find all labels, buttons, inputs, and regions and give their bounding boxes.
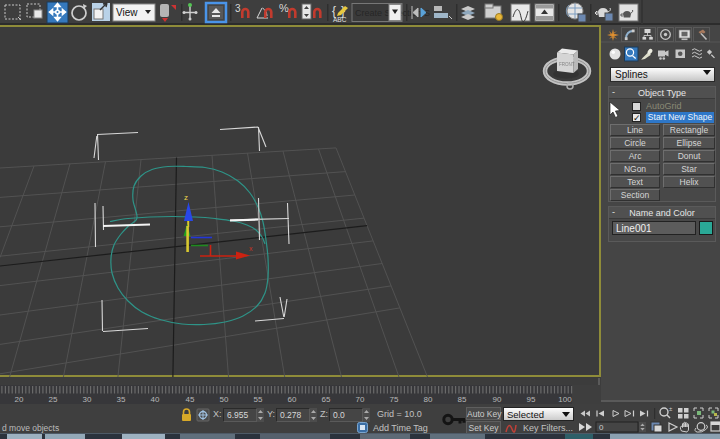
svg-text:x: x xyxy=(249,245,253,252)
svg-text:80: 80 xyxy=(424,395,433,404)
svg-text:95: 95 xyxy=(527,395,536,404)
svg-text:100: 100 xyxy=(558,395,572,404)
svg-text:65: 65 xyxy=(322,395,331,404)
svg-text:FRONT: FRONT xyxy=(559,62,575,67)
svg-text:90: 90 xyxy=(493,395,502,404)
svg-text:35: 35 xyxy=(117,395,126,404)
svg-text:0: 0 xyxy=(599,423,604,432)
svg-text:60: 60 xyxy=(288,395,297,404)
svg-text:70: 70 xyxy=(356,395,365,404)
svg-text:30: 30 xyxy=(83,395,92,404)
svg-text:45: 45 xyxy=(186,395,195,404)
svg-text:55: 55 xyxy=(254,395,263,404)
svg-text:20: 20 xyxy=(15,395,24,404)
svg-text:40: 40 xyxy=(151,395,160,404)
svg-text:±: ± xyxy=(669,406,673,412)
svg-text:85: 85 xyxy=(458,395,467,404)
svg-text:75: 75 xyxy=(390,395,399,404)
svg-text:ABC: ABC xyxy=(333,16,347,23)
svg-text:3: 3 xyxy=(235,3,241,14)
svg-text:25: 25 xyxy=(49,395,58,404)
svg-text:%: % xyxy=(279,2,289,14)
svg-text:z: z xyxy=(184,193,188,202)
svg-text:View: View xyxy=(116,7,138,18)
svg-text:50: 50 xyxy=(220,395,229,404)
